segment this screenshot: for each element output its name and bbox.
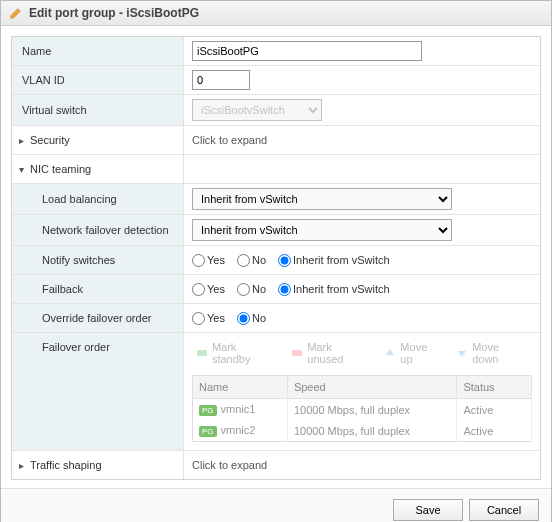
failback-no-option[interactable]: No xyxy=(237,283,266,296)
notify-yes-option[interactable]: Yes xyxy=(192,254,225,267)
vlan-id-input[interactable] xyxy=(192,70,250,90)
failback-label: Failback xyxy=(12,275,184,303)
override-yes-option[interactable]: Yes xyxy=(192,312,225,325)
col-status: Status xyxy=(457,376,532,399)
traffic-shaping-section-header[interactable]: ▸ Traffic shaping Click to expand xyxy=(12,451,540,479)
mark-standby-icon xyxy=(196,347,208,359)
table-row[interactable]: PGvmnic2 10000 Mbps, full duplex Active xyxy=(193,420,532,442)
traffic-shaping-label: Traffic shaping xyxy=(30,459,102,471)
notify-no-option[interactable]: No xyxy=(237,254,266,267)
name-input[interactable] xyxy=(192,41,422,61)
move-down-button[interactable]: Move down xyxy=(456,341,528,365)
dialog-button-bar: Save Cancel xyxy=(1,488,551,522)
notify-switches-label: Notify switches xyxy=(12,246,184,274)
failover-order-table: Name Speed Status PGvmnic1 10000 Mbps, f… xyxy=(192,375,532,442)
nic-teaming-label: NIC teaming xyxy=(30,163,91,175)
traffic-expand-hint: Click to expand xyxy=(184,451,540,479)
security-label: Security xyxy=(30,134,70,146)
table-row[interactable]: PGvmnic1 10000 Mbps, full duplex Active xyxy=(193,399,532,421)
load-balancing-label: Load balancing xyxy=(12,184,184,214)
arrow-down-icon xyxy=(456,347,468,359)
override-no-option[interactable]: No xyxy=(237,312,266,325)
dialog-title: Edit port group - iScsiBootPG xyxy=(29,6,199,20)
svg-rect-1 xyxy=(292,350,302,356)
chevron-right-icon: ▸ xyxy=(16,135,26,146)
mark-unused-icon xyxy=(291,347,303,359)
failover-order-label: Failover order xyxy=(12,333,184,450)
move-up-button[interactable]: Move up xyxy=(384,341,442,365)
mark-standby-button[interactable]: Mark standby xyxy=(196,341,277,365)
col-speed: Speed xyxy=(287,376,457,399)
name-label: Name xyxy=(12,37,184,65)
col-name: Name xyxy=(193,376,288,399)
security-section-header[interactable]: ▸ Security Click to expand xyxy=(12,126,540,155)
dialog-titlebar: Edit port group - iScsiBootPG xyxy=(1,1,551,26)
pencil-icon xyxy=(9,6,23,20)
virtual-switch-label: Virtual switch xyxy=(12,95,184,125)
arrow-up-icon xyxy=(384,347,396,359)
override-failover-label: Override failover order xyxy=(12,304,184,332)
nic-icon: PG xyxy=(199,426,217,437)
failover-detection-select[interactable]: Inherit from vSwitch xyxy=(192,219,452,241)
notify-inherit-option[interactable]: Inherit from vSwitch xyxy=(278,254,390,267)
nic-teaming-section-header[interactable]: ▾ NIC teaming xyxy=(12,155,540,184)
security-expand-hint: Click to expand xyxy=(184,126,540,154)
failback-yes-option[interactable]: Yes xyxy=(192,283,225,296)
chevron-right-icon: ▸ xyxy=(16,460,26,471)
failback-inherit-option[interactable]: Inherit from vSwitch xyxy=(278,283,390,296)
mark-unused-button[interactable]: Mark unused xyxy=(291,341,370,365)
load-balancing-select[interactable]: Inherit from vSwitch xyxy=(192,188,452,210)
save-button[interactable]: Save xyxy=(393,499,463,521)
nic-icon: PG xyxy=(199,405,217,416)
chevron-down-icon: ▾ xyxy=(16,164,26,175)
svg-rect-0 xyxy=(197,350,207,356)
failover-detection-label: Network failover detection xyxy=(12,215,184,245)
cancel-button[interactable]: Cancel xyxy=(469,499,539,521)
virtual-switch-select[interactable]: iScsiBootvSwitch xyxy=(192,99,322,121)
failover-order-toolbar: Mark standby Mark unused Move up Mo xyxy=(192,339,532,371)
vlan-id-label: VLAN ID xyxy=(12,66,184,94)
edit-portgroup-dialog: Edit port group - iScsiBootPG Name VLAN … xyxy=(0,0,552,522)
